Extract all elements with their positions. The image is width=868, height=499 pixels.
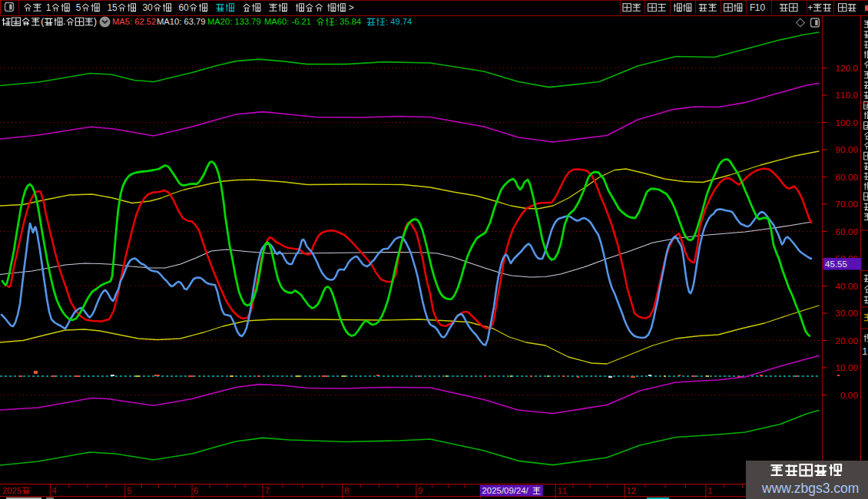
svg-text:+: + (807, 2, 813, 13)
svg-text:0: 0 (853, 117, 858, 128)
svg-text:0: 0 (853, 281, 858, 292)
svg-text:5: 5 (127, 486, 131, 495)
svg-text:0: 0 (504, 486, 509, 495)
svg-text:0: 0 (853, 172, 858, 183)
svg-text::: : (130, 17, 132, 26)
svg-text:4: 4 (52, 486, 57, 495)
svg-text::: : (230, 17, 232, 26)
svg-text:8: 8 (344, 486, 349, 495)
svg-text:4: 4 (356, 17, 361, 26)
svg-text:6: 6 (194, 486, 198, 495)
svg-text:2: 2 (151, 17, 156, 26)
svg-text:): ) (94, 16, 97, 27)
svg-text:7: 7 (265, 486, 270, 495)
svg-text:2: 2 (835, 335, 840, 346)
svg-text:0: 0 (853, 308, 858, 319)
svg-text:1: 1 (863, 346, 868, 357)
svg-text:4: 4 (407, 17, 412, 26)
svg-text:1: 1 (835, 90, 840, 101)
svg-text::: : (335, 17, 337, 26)
svg-text:M: M (264, 17, 271, 26)
svg-text:9: 9 (257, 17, 261, 26)
svg-text:1: 1 (306, 17, 311, 26)
svg-text:4: 4 (390, 17, 395, 26)
svg-text:9: 9 (418, 486, 422, 495)
svg-text:2: 2 (631, 486, 636, 495)
svg-text:9: 9 (835, 144, 840, 155)
svg-text::: : (287, 17, 289, 26)
svg-text:5: 5 (17, 486, 22, 495)
svg-text:0: 0 (853, 63, 858, 74)
svg-text:5: 5 (842, 259, 846, 269)
svg-text:M: M (112, 17, 119, 26)
svg-text:0: 0 (487, 486, 492, 495)
svg-text:1: 1 (707, 486, 712, 495)
svg-text:3: 3 (340, 17, 344, 26)
svg-text:5: 5 (497, 486, 502, 495)
svg-text:0: 0 (184, 2, 189, 13)
svg-text:0: 0 (147, 2, 153, 13)
svg-text:9: 9 (200, 17, 205, 26)
svg-text:0: 0 (282, 17, 287, 26)
svg-text:0: 0 (853, 362, 858, 373)
svg-text:7: 7 (196, 17, 200, 26)
svg-text:0: 0 (7, 486, 12, 495)
svg-text:.: . (63, 16, 65, 27)
svg-text:5: 5 (76, 2, 81, 13)
svg-text::: : (179, 17, 181, 26)
svg-text:0: 0 (225, 17, 230, 26)
svg-text:M: M (157, 17, 164, 26)
svg-text:0: 0 (760, 2, 765, 13)
svg-text:(: ( (41, 16, 44, 27)
svg-text:1: 1 (835, 362, 840, 373)
svg-text:0: 0 (853, 90, 858, 101)
svg-text:1: 1 (835, 63, 840, 74)
svg-text:>: > (349, 2, 354, 13)
svg-text:0: 0 (853, 226, 858, 237)
svg-text:0: 0 (853, 335, 858, 346)
svg-text:0: 0 (174, 17, 179, 26)
svg-text:0: 0 (853, 390, 858, 401)
svg-text:5: 5 (112, 2, 118, 13)
svg-text:3: 3 (244, 17, 249, 26)
svg-text:M: M (207, 17, 214, 26)
svg-text::: : (386, 17, 388, 26)
svg-text:1: 1 (562, 486, 567, 495)
svg-text:0: 0 (853, 199, 858, 210)
svg-text:7: 7 (835, 199, 840, 210)
svg-text:1: 1 (46, 2, 51, 13)
svg-text:1: 1 (835, 117, 840, 128)
svg-text:0: 0 (853, 144, 858, 155)
